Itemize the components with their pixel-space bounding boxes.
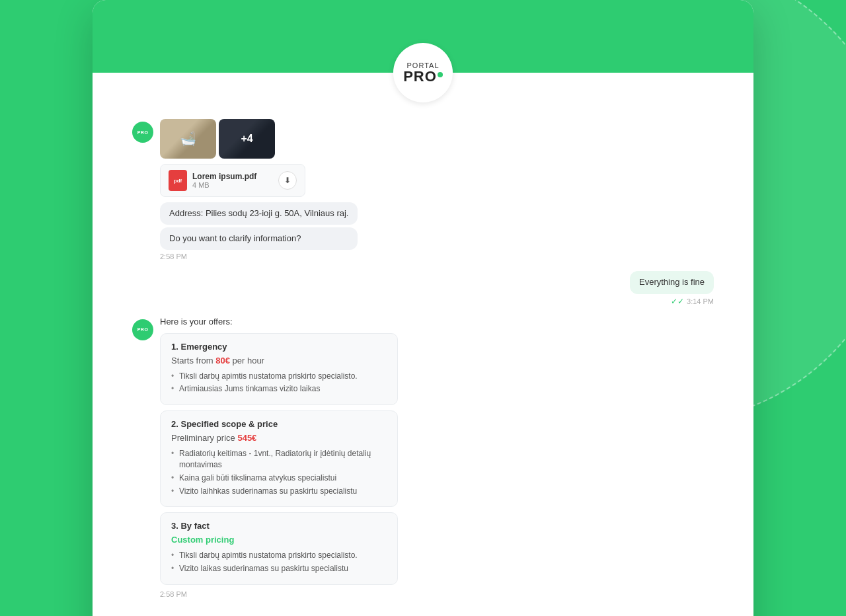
chat-window: PORTAL PRO PRO 🛁 +4 bbox=[93, 0, 753, 616]
message-row-incoming-2: PRO Here is your offers: 1. Emergency St… bbox=[132, 317, 714, 598]
offer-title-3: 3. By fact bbox=[171, 521, 387, 531]
pdf-size: 4 MB bbox=[192, 181, 278, 189]
download-button[interactable]: ⬇ bbox=[278, 171, 297, 190]
logo-pro-text: PRO bbox=[403, 69, 437, 84]
offer-bullet-1-2: Artimiausias Jums tinkamas vizito laikas bbox=[171, 383, 387, 395]
offer-bullet-3-2: Vizito laikas suderinamas su paskirtu sp… bbox=[171, 563, 387, 574]
pdf-attachment[interactable]: pdf Lorem ipsum.pdf 4 MB ⬇ bbox=[160, 164, 305, 197]
offer-title-2: 2. Specified scope & price bbox=[171, 419, 387, 429]
pdf-name: Lorem ipsum.pdf bbox=[192, 172, 278, 181]
read-receipt-icon: ✓✓ bbox=[671, 297, 684, 306]
logo-dot bbox=[438, 72, 443, 77]
image-count-overlay[interactable]: +4 bbox=[219, 119, 275, 159]
offer-card-1: 1. Emergency Starts from 80€ per hour Ti… bbox=[160, 333, 398, 406]
offers-label: Here is your offers: bbox=[160, 317, 398, 327]
timestamp-offers: 2:58 PM bbox=[160, 590, 398, 598]
pdf-info: Lorem ipsum.pdf 4 MB bbox=[192, 172, 278, 189]
message-row-outgoing: Everything is fine ✓✓ 3:14 PM bbox=[132, 271, 714, 305]
bubble-address: Address: Pilies sodų 23-ioji g. 50A, Vil… bbox=[160, 202, 358, 225]
offer-bullet-1-1: Tiksli darbų apimtis nustatoma priskirto… bbox=[171, 371, 387, 382]
offer-card-2: 2. Specified scope & price Preliminary p… bbox=[160, 410, 398, 507]
message-content-1: 🛁 +4 pdf Lorem ipsum.pdf 4 MB ⬇ Add bbox=[160, 119, 358, 260]
offer-bullet-3-1: Tiksli darbų apimtis nustatoma priskirto… bbox=[171, 550, 387, 561]
offer-title-1: 1. Emergency bbox=[171, 342, 387, 352]
avatar-pro-2: PRO bbox=[132, 319, 153, 340]
offer-bullet-2-2: Kaina gali būti tikslinama atvykus speci… bbox=[171, 473, 387, 484]
image-thumb-2[interactable]: +4 bbox=[219, 119, 275, 159]
image-attachment: 🛁 +4 bbox=[160, 119, 358, 159]
offer-price-2: Preliminary price 545€ bbox=[171, 433, 387, 443]
offer-card-3: 3. By fact Custom pricing Tiksli darbų a… bbox=[160, 512, 398, 585]
chat-body: PRO 🛁 +4 pdf Lorem ipsum.pdf bbox=[93, 73, 753, 616]
offer-bullet-2-3: Vizito laihhkas suderinamas su paskirtu … bbox=[171, 486, 387, 497]
offer-price-1: Starts from 80€ per hour bbox=[171, 356, 387, 366]
timestamp-outgoing: ✓✓ 3:14 PM bbox=[630, 297, 714, 306]
logo-circle: PORTAL PRO bbox=[393, 43, 453, 102]
timestamp-1: 2:58 PM bbox=[160, 252, 358, 260]
chat-header: PORTAL PRO bbox=[93, 0, 753, 73]
message-content-offers: Here is your offers: 1. Emergency Starts… bbox=[160, 317, 398, 598]
bubble-outgoing: Everything is fine bbox=[630, 271, 714, 293]
custom-pricing: Custom pricing bbox=[171, 535, 387, 545]
offer-bullet-2-1: Radiatorių keitimas - 1vnt., Radiatorių … bbox=[171, 448, 387, 471]
bubble-clarify: Do you want to clarify information? bbox=[160, 227, 358, 250]
pdf-icon: pdf bbox=[169, 170, 187, 191]
message-row-incoming-1: PRO 🛁 +4 pdf Lorem ipsum.pdf bbox=[132, 119, 714, 260]
avatar-pro-1: PRO bbox=[132, 122, 153, 143]
message-content-outgoing: Everything is fine ✓✓ 3:14 PM bbox=[630, 271, 714, 305]
image-thumb-1[interactable]: 🛁 bbox=[160, 119, 216, 159]
